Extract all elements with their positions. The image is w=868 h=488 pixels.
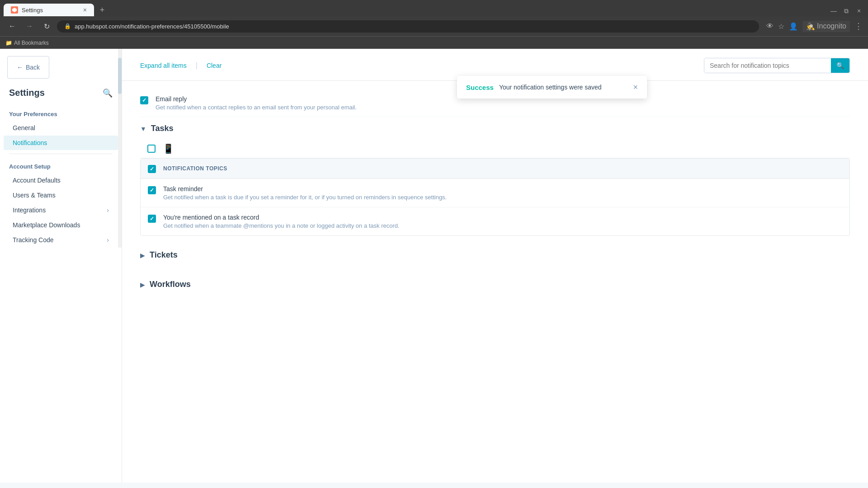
incognito-label: Incognito bbox=[817, 22, 846, 30]
lock-icon: 🔒 bbox=[64, 23, 71, 29]
back-label: Back bbox=[26, 64, 40, 71]
refresh-button[interactable]: ↻ bbox=[40, 19, 53, 33]
profile-icon[interactable]: 👤 bbox=[789, 22, 798, 31]
account-defaults-label: Account Defaults bbox=[13, 177, 61, 184]
task-mention-content: You're mentioned on a task record Get no… bbox=[163, 214, 842, 229]
task-mention-row: You're mentioned on a task record Get no… bbox=[141, 207, 849, 235]
integrations-chevron-icon: › bbox=[107, 206, 109, 214]
bookmark-icon[interactable]: ☆ bbox=[778, 22, 784, 31]
incognito-icon: 🕵 bbox=[806, 22, 815, 31]
browser-window: Settings × + — ⧉ × ← → ↻ 🔒 app.hubspot.c… bbox=[0, 0, 868, 49]
new-tab-button[interactable]: + bbox=[96, 4, 108, 16]
content-body: Email reply Get notified when a contact … bbox=[122, 81, 868, 311]
sidebar-header: Settings 🔍 bbox=[0, 86, 122, 105]
toast-close-button[interactable]: × bbox=[633, 83, 638, 91]
sidebar-item-tracking[interactable]: Tracking Code › bbox=[4, 233, 118, 247]
search-submit-button[interactable]: 🔍 bbox=[831, 58, 849, 73]
integrations-label: Integrations bbox=[13, 206, 46, 214]
back-button[interactable]: ← bbox=[5, 19, 19, 33]
email-reply-checkbox[interactable] bbox=[140, 96, 148, 104]
toast-success-label: Success bbox=[466, 84, 494, 91]
success-toast: Success Your notification settings were … bbox=[457, 76, 647, 99]
sidebar-item-integrations[interactable]: Integrations › bbox=[4, 203, 118, 217]
general-label: General bbox=[13, 124, 35, 131]
sidebar-search-icon[interactable]: 🔍 bbox=[103, 88, 113, 98]
tasks-table-header: NOTIFICATION TOPICS bbox=[141, 159, 849, 179]
separator: | bbox=[196, 61, 198, 77]
tasks-section-title: Tasks bbox=[151, 124, 174, 133]
tasks-header-label: NOTIFICATION TOPICS bbox=[163, 165, 227, 172]
tab-bar: Settings × + — ⧉ × bbox=[0, 0, 868, 16]
task-reminder-checkbox[interactable] bbox=[148, 186, 156, 194]
expand-all-button[interactable]: Expand all items bbox=[140, 62, 187, 76]
email-reply-content: Email reply Get notified when a contact … bbox=[156, 95, 357, 111]
task-mention-title: You're mentioned on a task record bbox=[163, 214, 842, 221]
eye-off-icon: 👁 bbox=[766, 22, 774, 30]
sidebar: ← Back Settings 🔍 Your Preferences Gener… bbox=[0, 49, 122, 483]
users-teams-label: Users & Teams bbox=[13, 192, 56, 199]
task-reminder-title: Task reminder bbox=[163, 185, 842, 192]
tasks-header-checkbox[interactable] bbox=[148, 165, 156, 173]
tab-favicon bbox=[11, 6, 18, 14]
task-mention-description: Get notified when a teammate @mentions y… bbox=[163, 222, 842, 229]
back-arrow-icon: ← bbox=[17, 64, 23, 71]
tickets-section-header[interactable]: ▶ Tickets bbox=[140, 243, 850, 265]
all-bookmarks-label[interactable]: All Bookmarks bbox=[14, 40, 49, 46]
close-tab-button[interactable]: × bbox=[83, 6, 87, 14]
browser-controls: ← → ↻ 🔒 app.hubspot.com/notification-pre… bbox=[0, 16, 868, 36]
mobile-all-checkbox[interactable] bbox=[147, 145, 156, 153]
url-text: app.hubspot.com/notification-preferences… bbox=[75, 23, 229, 30]
active-tab[interactable]: Settings × bbox=[4, 4, 94, 16]
task-reminder-row: Task reminder Get notified when a task i… bbox=[141, 179, 849, 207]
task-reminder-description: Get notified when a task is due if you s… bbox=[163, 194, 842, 201]
search-input[interactable] bbox=[704, 58, 831, 73]
sidebar-item-marketplace[interactable]: Marketplace Downloads bbox=[4, 218, 118, 232]
tasks-section-header[interactable]: ▼ Tasks bbox=[140, 117, 850, 139]
app-container: ← Back Settings 🔍 Your Preferences Gener… bbox=[0, 49, 868, 483]
task-mention-checkbox[interactable] bbox=[148, 215, 156, 223]
workflows-chevron-icon: ▶ bbox=[140, 281, 145, 288]
account-setup-section: Account Setup bbox=[0, 158, 122, 173]
tasks-chevron-icon: ▼ bbox=[140, 125, 146, 132]
search-bar: 🔍 bbox=[704, 58, 850, 73]
browser-actions: 👁 ☆ 👤 🕵 Incognito ⋮ bbox=[766, 21, 863, 32]
workflows-section: ▶ Workflows bbox=[140, 272, 850, 295]
divider bbox=[9, 154, 113, 154]
mobile-device-icon: 📱 bbox=[163, 143, 174, 154]
sidebar-item-general[interactable]: General bbox=[4, 121, 118, 135]
sidebar-item-users-teams[interactable]: Users & Teams bbox=[4, 188, 118, 202]
tickets-section-title: Tickets bbox=[150, 250, 178, 260]
mobile-icon-row: 📱 bbox=[140, 139, 850, 158]
bookmarks-folder-icon: 📁 bbox=[5, 40, 12, 46]
tickets-section: ▶ Tickets bbox=[140, 243, 850, 265]
sidebar-title: Settings bbox=[9, 88, 45, 98]
tab-title: Settings bbox=[22, 7, 43, 14]
notifications-label: Notifications bbox=[13, 139, 47, 146]
tasks-notification-table: NOTIFICATION TOPICS Task reminder Get no… bbox=[140, 158, 850, 236]
sidebar-item-account-defaults[interactable]: Account Defaults bbox=[4, 173, 118, 188]
email-reply-description: Get notified when a contact replies to a… bbox=[156, 104, 357, 111]
incognito-badge: 🕵 Incognito bbox=[802, 21, 850, 32]
tickets-chevron-icon: ▶ bbox=[140, 252, 145, 259]
main-content: Expand all items | Clear 🔍 Success Your … bbox=[122, 49, 868, 483]
toast-message: Your notification settings were saved bbox=[499, 84, 602, 91]
back-button[interactable]: ← Back bbox=[7, 56, 49, 79]
clear-button[interactable]: Clear bbox=[207, 62, 222, 76]
minimize-button[interactable]: — bbox=[828, 5, 839, 16]
task-reminder-content: Task reminder Get notified when a task i… bbox=[163, 185, 842, 201]
bookmarks-bar: 📁 All Bookmarks bbox=[0, 36, 868, 49]
marketplace-label: Marketplace Downloads bbox=[13, 221, 80, 229]
tasks-section: ▼ Tasks 📱 NOTIFICATION TOPICS bbox=[140, 117, 850, 236]
email-reply-title: Email reply bbox=[156, 95, 357, 103]
tracking-label: Tracking Code bbox=[13, 236, 54, 244]
forward-button[interactable]: → bbox=[23, 19, 36, 33]
workflows-section-title: Workflows bbox=[150, 280, 191, 289]
more-options-icon[interactable]: ⋮ bbox=[854, 21, 863, 31]
restore-button[interactable]: ⧉ bbox=[841, 5, 852, 16]
sidebar-item-notifications[interactable]: Notifications bbox=[4, 136, 118, 150]
close-window-button[interactable]: × bbox=[854, 5, 864, 16]
address-bar[interactable]: 🔒 app.hubspot.com/notification-preferenc… bbox=[57, 20, 759, 33]
your-preferences-section: Your Preferences bbox=[0, 105, 122, 120]
workflows-section-header[interactable]: ▶ Workflows bbox=[140, 272, 850, 295]
tracking-chevron-icon: › bbox=[107, 236, 109, 244]
